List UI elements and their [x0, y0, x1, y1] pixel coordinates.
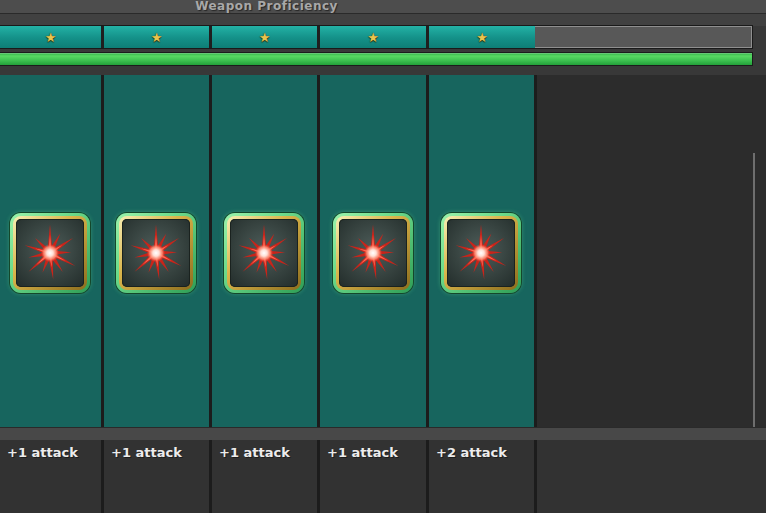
star-icon: ★ [259, 31, 271, 44]
star-icon: ★ [151, 31, 163, 44]
column-divider [426, 75, 429, 427]
red-burst-icon[interactable] [116, 213, 196, 293]
column-divider [317, 75, 320, 427]
star-icon: ★ [367, 31, 379, 44]
proficiency-pip-2[interactable]: ★ [104, 26, 209, 48]
effect-label: +1 attack [0, 440, 101, 513]
column-divider [426, 440, 429, 513]
weapon-proficiency-panel: Weapon Proficiency ★ ★ ★ ★ ★ +1 attack +… [0, 0, 766, 513]
column-divider [101, 440, 104, 513]
effect-label: +2 attack [429, 440, 534, 513]
proficiency-pip-4[interactable]: ★ [320, 26, 426, 48]
red-burst-icon[interactable] [10, 213, 90, 293]
red-burst-icon[interactable] [441, 213, 521, 293]
proficiency-pip-1[interactable]: ★ [0, 26, 101, 48]
effect-label: +1 attack [212, 440, 317, 513]
page-title: Weapon Proficiency [0, 0, 533, 13]
panel-header: Weapon Proficiency [0, 0, 766, 13]
header-divider-band [0, 13, 766, 26]
column-divider [101, 75, 104, 427]
column-divider [534, 440, 537, 513]
effect-label: +1 attack [104, 440, 209, 513]
column-divider [209, 440, 212, 513]
column-divider [317, 440, 320, 513]
proficiency-star-bar: ★ ★ ★ ★ ★ [0, 26, 752, 48]
column-divider [209, 75, 212, 427]
skill-grid [0, 75, 766, 427]
proficiency-pip-3[interactable]: ★ [212, 26, 317, 48]
star-icon: ★ [476, 31, 488, 44]
red-burst-icon[interactable] [224, 213, 304, 293]
effect-row: +1 attack +1 attack +1 attack +1 attack … [0, 440, 766, 513]
row-separator-band [0, 427, 766, 440]
star-icon: ★ [45, 31, 57, 44]
proficiency-pip-5[interactable]: ★ [429, 26, 535, 48]
experience-progress-bar [0, 53, 752, 65]
effect-label: +1 attack [320, 440, 426, 513]
red-burst-icon[interactable] [333, 213, 413, 293]
column-divider [534, 75, 537, 427]
